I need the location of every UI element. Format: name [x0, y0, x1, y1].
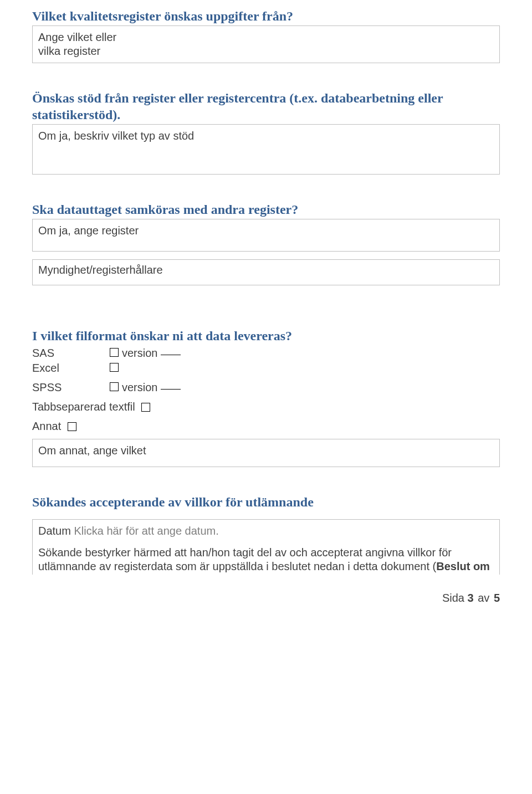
section-heading-register: Vilket kvalitetsregister önskas uppgifte…	[32, 8, 500, 24]
checkbox-annat[interactable]	[68, 422, 76, 431]
label-annat: Annat	[32, 420, 61, 432]
field-register-label-line1: Ange vilket eller	[38, 30, 494, 44]
checkbox-excel[interactable]	[110, 363, 119, 372]
footer-av: av	[478, 592, 489, 604]
datum-placeholder[interactable]: Klicka här för att ange datum.	[74, 525, 218, 537]
label-sas: SAS	[32, 346, 110, 360]
accept-box[interactable]: Datum Klicka här för att ange datum. Sök…	[32, 519, 500, 575]
field-support-label: Om ja, beskriv vilket typ av stöd	[38, 130, 194, 142]
field-myndighet[interactable]: Myndighet/registerhållare	[32, 259, 500, 285]
field-annat[interactable]: Om annat, ange vilket	[32, 439, 500, 467]
label-tab: Tabbseparerad textfil	[32, 401, 135, 413]
field-myndighet-label: Myndighet/registerhållare	[38, 264, 163, 276]
cert-text: Sökande bestyrker härmed att han/hon tag…	[38, 546, 452, 572]
version-label-sas: version	[122, 346, 157, 360]
section-heading-support: Önskas stöd från register eller register…	[32, 90, 500, 123]
version-label-spss: version	[122, 381, 157, 395]
footer-sida: Sida	[442, 592, 464, 604]
field-register-label-line2: vilka register	[38, 44, 494, 58]
row-excel: Excel	[32, 361, 500, 375]
version-input-spss[interactable]	[161, 389, 181, 390]
cert-text-bold: Beslut om	[436, 560, 490, 572]
datum-label: Datum	[38, 525, 71, 537]
format-group: SAS version Excel SPSS version Tabbsepar…	[32, 346, 500, 433]
section-heading-samkor: Ska datauttaget samköras med andra regis…	[32, 201, 500, 218]
row-sas: SAS version	[32, 346, 500, 360]
row-spss: SPSS version	[32, 381, 500, 395]
field-annat-label: Om annat, ange vilket	[38, 444, 146, 457]
field-samkor-register-label: Om ja, ange register	[38, 224, 139, 237]
checkbox-tab[interactable]	[141, 403, 150, 412]
footer-page: 3	[468, 592, 474, 604]
page-footer: Sida 3 av 5	[0, 591, 532, 605]
row-annat: Annat	[32, 419, 500, 433]
version-input-sas[interactable]	[161, 355, 181, 355]
field-samkor-register[interactable]: Om ja, ange register	[32, 219, 500, 252]
footer-total: 5	[494, 592, 500, 604]
label-excel: Excel	[32, 361, 110, 375]
checkbox-sas[interactable]	[110, 348, 119, 357]
label-spss: SPSS	[32, 381, 110, 395]
section-heading-format: I vilket filformat önskar ni att data le…	[32, 327, 500, 344]
row-tab: Tabbseparerad textfil	[32, 400, 500, 414]
section-heading-accept: Sökandes accepterande av villkor för utl…	[32, 494, 500, 510]
checkbox-spss[interactable]	[110, 382, 119, 391]
field-support[interactable]: Om ja, beskriv vilket typ av stöd	[32, 124, 500, 175]
field-register[interactable]: Ange vilket eller vilka register	[32, 25, 500, 63]
